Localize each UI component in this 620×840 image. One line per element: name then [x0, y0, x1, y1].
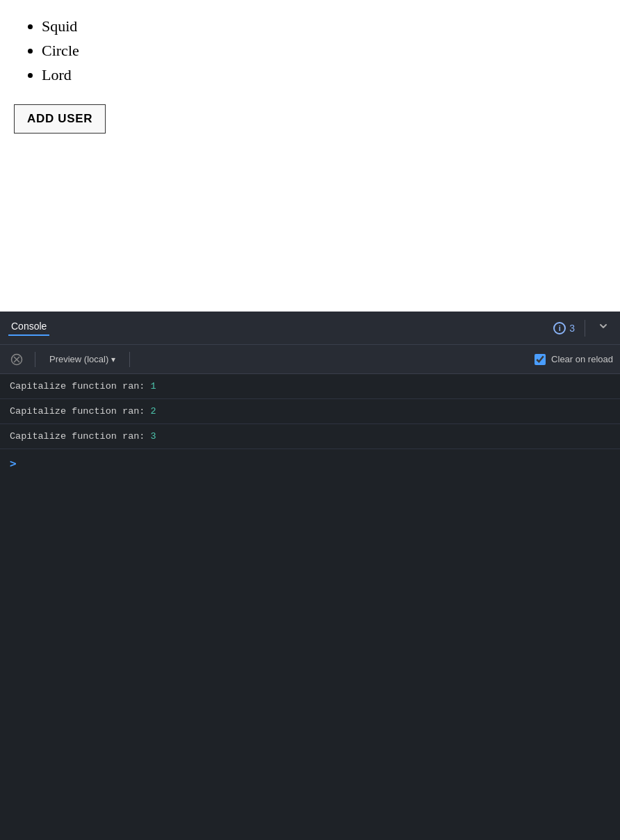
source-selector-label: Preview (local)	[49, 354, 108, 364]
list-item-lord: Lord	[42, 63, 79, 87]
log-text-3: Capitalize function ran: 3	[10, 431, 156, 442]
info-badge: i 3	[553, 322, 575, 334]
log-entry-3: Capitalize function ran: 3	[0, 424, 620, 449]
log-text-1: Capitalize function ran: 1	[10, 381, 156, 391]
console-log-area: Capitalize function ran: 1 Capitalize fu…	[0, 374, 620, 840]
chevron-down-icon[interactable]	[595, 318, 612, 338]
clear-on-reload-group[interactable]: Clear on reload	[535, 354, 613, 365]
devtools-panel: Console i 3 Preview (local)	[0, 312, 620, 840]
console-input-row[interactable]: >	[0, 449, 620, 477]
clear-on-reload-label[interactable]: Clear on reload	[551, 354, 613, 364]
toolbar-separator2	[129, 352, 130, 367]
source-selector[interactable]: Preview (local) ▾	[44, 351, 121, 367]
toolbar-separator	[35, 352, 35, 367]
console-input[interactable]	[21, 458, 610, 469]
console-header-right: i 3	[553, 318, 612, 338]
user-list: Squid Circle Lord	[14, 14, 79, 88]
console-tab[interactable]: Console	[8, 312, 49, 344]
info-circle-icon: i	[553, 322, 566, 334]
log-entry-1: Capitalize function ran: 1	[0, 374, 620, 399]
log-entry-2: Capitalize function ran: 2	[0, 399, 620, 424]
clear-icon	[10, 353, 23, 366]
list-item-squid: Squid	[42, 14, 79, 38]
add-user-button[interactable]: ADD USER	[14, 104, 106, 134]
badge-count: 3	[569, 323, 575, 334]
console-prompt-icon: >	[10, 457, 17, 470]
preview-area: Squid Circle Lord ADD USER	[0, 0, 620, 312]
log-text-2: Capitalize function ran: 2	[10, 406, 156, 417]
header-divider	[585, 320, 585, 337]
dropdown-arrow-icon: ▾	[111, 355, 115, 364]
clear-on-reload-checkbox[interactable]	[535, 354, 546, 365]
list-item-circle: Circle	[42, 38, 79, 63]
console-tab-label: Console	[8, 321, 49, 336]
console-header: Console i 3	[0, 312, 620, 345]
console-toolbar: Preview (local) ▾ Clear on reload	[0, 345, 620, 374]
clear-button[interactable]	[7, 350, 26, 369]
